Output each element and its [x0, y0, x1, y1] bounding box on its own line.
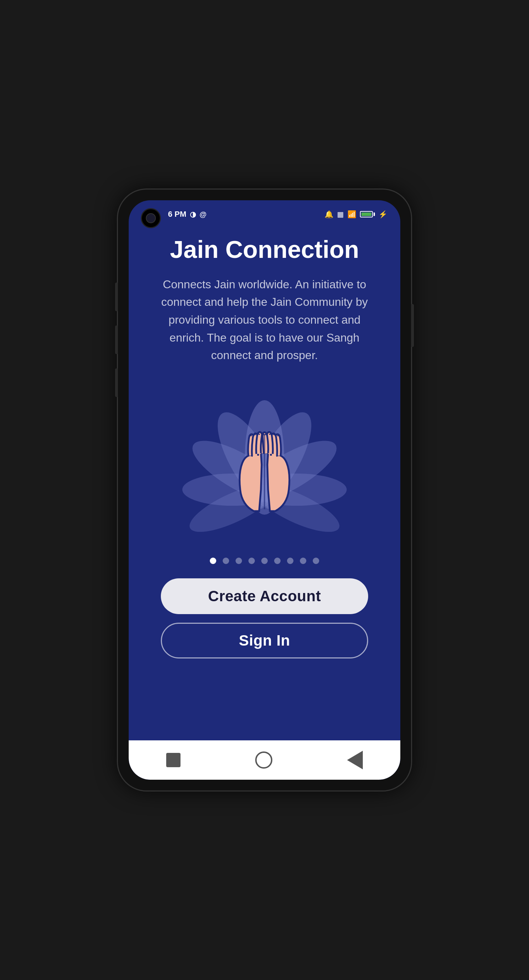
- main-content: Jain Connection Connects Jain worldwide.…: [129, 225, 400, 740]
- wifi-icon: 📶: [348, 210, 356, 218]
- sign-in-button[interactable]: Sign In: [161, 623, 368, 659]
- app-title: Jain Connection: [170, 236, 359, 263]
- home-button[interactable]: [255, 751, 272, 768]
- battery-display: [360, 211, 375, 218]
- status-left: 6 PM ◑ @: [168, 210, 207, 219]
- dot-6[interactable]: [274, 558, 281, 564]
- status-bar: 6 PM ◑ @ 🔔 ▦ 📶 ⚡: [129, 200, 400, 225]
- lotus-illustration: [182, 379, 347, 543]
- pagination-dots: [210, 558, 319, 564]
- create-account-button[interactable]: Create Account: [161, 578, 368, 614]
- bolt-icon: ⚡: [378, 210, 388, 218]
- dot-8[interactable]: [300, 558, 306, 564]
- dot-4[interactable]: [248, 558, 255, 564]
- location-icon: ◑: [190, 210, 196, 218]
- buttons-area: Create Account Sign In: [150, 578, 379, 659]
- mute-icon: 🔔: [324, 210, 334, 218]
- camera-cutout: [141, 208, 161, 228]
- dot-2[interactable]: [223, 558, 229, 564]
- nav-bar: [129, 740, 400, 780]
- app-description: Connects Jain worldwide. An initiative t…: [150, 276, 379, 364]
- dot-3[interactable]: [235, 558, 242, 564]
- camera-lens: [146, 213, 156, 223]
- dot-9[interactable]: [313, 558, 319, 564]
- signal-icon: ▦: [337, 210, 344, 218]
- dot-5[interactable]: [261, 558, 268, 564]
- illustration-container: [182, 379, 347, 543]
- phone-device: 6 PM ◑ @ 🔔 ▦ 📶 ⚡ Jain Connection Co: [118, 189, 411, 791]
- phone-screen: 6 PM ◑ @ 🔔 ▦ 📶 ⚡ Jain Connection Co: [129, 200, 400, 780]
- status-right: 🔔 ▦ 📶 ⚡: [324, 210, 388, 218]
- time-display: 6 PM: [168, 210, 186, 219]
- dot-1[interactable]: [210, 558, 216, 564]
- dot-7[interactable]: [287, 558, 294, 564]
- at-icon: @: [199, 210, 207, 218]
- recent-apps-button[interactable]: [166, 753, 181, 767]
- back-button[interactable]: [347, 751, 363, 769]
